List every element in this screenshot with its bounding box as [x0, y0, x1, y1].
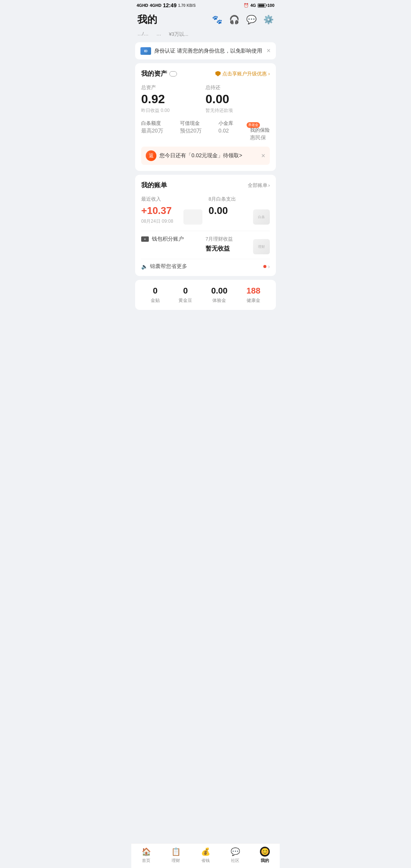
- identity-left: ID 身份认证 请完善您的身份信息，以免影响使用: [140, 47, 262, 55]
- red-dot: [263, 265, 266, 268]
- insurance-item[interactable]: 养老金 我的保险 惠民保: [250, 120, 270, 141]
- wallet-icon: ≡: [141, 236, 149, 242]
- notice-row[interactable]: 🔈 锦囊帮您省更多 ›: [141, 259, 270, 270]
- battery-indicator: [258, 3, 266, 8]
- cashback-text: 您今日还有「0.02元现金」待领取>: [159, 152, 242, 159]
- august-baitiao-label: 8月白条支出: [209, 196, 270, 203]
- huangjindou-value: 0: [178, 286, 192, 296]
- lte-icon: 4G: [250, 3, 256, 8]
- chevron-right-icon: ›: [268, 182, 270, 188]
- baitiao-quota-item[interactable]: 白条额度 最高20万: [141, 120, 163, 141]
- wallet-label: 钱包积分账户: [152, 236, 184, 243]
- headset-icon[interactable]: 🎧: [229, 15, 239, 25]
- identity-close-button[interactable]: ×: [266, 47, 271, 55]
- bills-header: 我的账单 全部账单 ›: [141, 181, 270, 190]
- tiyanjin-value: 0.00: [211, 286, 228, 296]
- assets-card: 我的资产 点击享账户升级优惠 › 总资产 0.92 昨日收益 0.00 总待还 …: [135, 63, 276, 171]
- speed-display: 1.70 KB/S: [178, 3, 196, 8]
- total-due-label: 总待还: [206, 84, 270, 91]
- jintie-item[interactable]: 0 金贴: [151, 286, 160, 304]
- jiankangJin-label: 健康金: [246, 297, 260, 304]
- total-assets-sub: 昨日收益 0.00: [141, 107, 206, 114]
- insurance-value: 惠民保: [250, 134, 270, 141]
- total-assets-label: 总资产: [141, 84, 206, 91]
- bills-second-row: ≡ 钱包积分账户 7月理财收益 暂无收益 理财: [141, 231, 270, 254]
- network-icon-2: 4GHD: [150, 3, 162, 8]
- top-tab-2[interactable]: …: [156, 31, 161, 39]
- small-vault-item[interactable]: 小金库 0.02: [218, 120, 233, 141]
- eye-icon[interactable]: [169, 71, 177, 77]
- wallet-item[interactable]: ≡ 钱包积分账户: [141, 236, 206, 254]
- chevron-right-icon: ›: [268, 71, 270, 77]
- notice-right: ›: [263, 263, 270, 270]
- small-vault-value: 0.02: [218, 128, 233, 134]
- finance-thumb: 理财: [253, 239, 270, 254]
- alarm-icon: ⏰: [244, 3, 249, 8]
- cashback-close-button[interactable]: ×: [261, 152, 265, 160]
- bills-top-grid: 最近收入 +10.37 08月24日 09:08 8月白条支出 0.00 白条: [141, 196, 270, 225]
- jiankangJin-value: 188: [246, 286, 260, 296]
- shield-icon: [215, 71, 221, 77]
- page-title: 我的: [137, 13, 157, 26]
- settings-icon[interactable]: ⚙️: [263, 15, 274, 25]
- huangjindou-label: 黄金豆: [178, 297, 192, 304]
- pension-badge: 养老金: [247, 122, 260, 128]
- top-tabs-strip: …/… … ¥3万以...: [131, 31, 280, 42]
- july-finance-item[interactable]: 7月理财收益 暂无收益 理财: [206, 236, 270, 254]
- baitiao-thumb: 白条: [253, 209, 270, 225]
- tiyanjin-label: 体验金: [211, 297, 228, 304]
- recent-income-thumb: [183, 209, 202, 225]
- cashback-left: 返 您今日还有「0.02元现金」待领取>: [146, 150, 242, 161]
- baitiao-quota-value: 最高20万: [141, 128, 163, 134]
- wallet-row: ≡ 钱包积分账户: [141, 236, 206, 244]
- total-due-value: 0.00: [206, 93, 270, 106]
- cashback-icon: 返: [146, 150, 156, 161]
- total-due-item: 总待还 0.00 暂无待还款项: [206, 84, 270, 114]
- bills-card: 我的账单 全部账单 › 最近收入 +10.37 08月24日 09:08 8月白…: [135, 175, 276, 276]
- speaker-icon: 🔈: [141, 263, 148, 270]
- notice-text: 锦囊帮您省更多: [150, 263, 187, 270]
- chat-icon[interactable]: 💬: [246, 15, 256, 25]
- jintie-value: 0: [151, 286, 160, 296]
- time-display: 12:49: [163, 2, 177, 8]
- recent-income-item[interactable]: 最近收入 +10.37 08月24日 09:08: [141, 196, 202, 225]
- august-baitiao-item[interactable]: 8月白条支出 0.00 白条: [209, 196, 270, 225]
- total-due-sub: 暂无待还款项: [206, 107, 270, 114]
- status-right: ⏰ 4G 100: [244, 3, 274, 8]
- small-vault-label: 小金库: [218, 120, 233, 127]
- assets-title: 我的资产: [141, 69, 177, 78]
- page-header: 我的 🐾 🎧 💬 ⚙️: [131, 10, 280, 31]
- status-bar: 4GHD 4GHD 12:49 1.70 KB/S ⏰ 4G 100: [131, 0, 280, 10]
- top-tab-1[interactable]: …/…: [137, 31, 149, 39]
- identity-text: 身份认证 请完善您的身份信息，以免影响使用: [154, 48, 262, 54]
- borrow-cash-item[interactable]: 可借现金 预估20万: [180, 120, 202, 141]
- top-tab-3[interactable]: ¥3万以...: [169, 31, 188, 39]
- all-bills-button[interactable]: 全部账单 ›: [248, 182, 270, 189]
- paw-icon[interactable]: 🐾: [212, 15, 222, 25]
- borrow-cash-value: 预估20万: [180, 128, 202, 134]
- notice-left: 🔈 锦囊帮您省更多: [141, 263, 187, 270]
- total-assets-item: 总资产 0.92 昨日收益 0.00: [141, 84, 206, 114]
- assets-header: 我的资产 点击享账户升级优惠 ›: [141, 69, 270, 78]
- identity-banner: ID 身份认证 请完善您的身份信息，以免影响使用 ×: [135, 42, 276, 59]
- jintie-label: 金贴: [151, 297, 160, 304]
- chevron-right-icon: ›: [268, 263, 270, 270]
- identity-card-icon: ID: [140, 47, 151, 55]
- upgrade-button[interactable]: 点击享账户升级优惠 ›: [215, 70, 270, 77]
- recent-income-label: 最近收入: [141, 196, 202, 203]
- points-card: 0 金贴 0 黄金豆 0.00 体验金 188 健康金: [135, 280, 276, 310]
- battery-percent: 100: [268, 3, 274, 8]
- bills-title: 我的账单: [141, 181, 167, 190]
- huangjindou-item[interactable]: 0 黄金豆: [178, 286, 192, 304]
- cashback-banner[interactable]: 返 您今日还有「0.02元现金」待领取> ×: [141, 147, 270, 165]
- total-assets-value: 0.92: [141, 93, 206, 106]
- assets-main-row: 总资产 0.92 昨日收益 0.00 总待还 0.00 暂无待还款项: [141, 84, 270, 114]
- tiyanjin-item[interactable]: 0.00 体验金: [211, 286, 228, 304]
- main-content: ID 身份认证 请完善您的身份信息，以免影响使用 × 我的资产 点击享账户升级优…: [131, 42, 280, 344]
- jiankangJin-item[interactable]: 188 健康金: [246, 286, 260, 304]
- header-icons: 🐾 🎧 💬 ⚙️: [212, 15, 274, 25]
- network-icon: 4GHD: [137, 3, 148, 8]
- borrow-cash-label: 可借现金: [180, 120, 202, 127]
- baitiao-quota-label: 白条额度: [141, 120, 163, 127]
- status-left: 4GHD 4GHD 12:49 1.70 KB/S: [137, 2, 196, 8]
